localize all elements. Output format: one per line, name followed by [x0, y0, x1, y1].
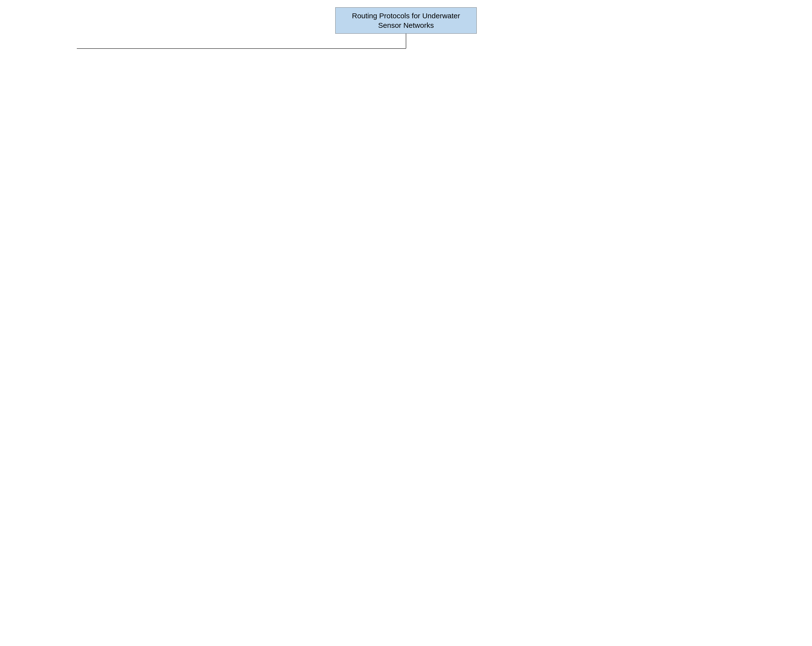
diagram: Routing Protocols for Underwater Sensor … — [5, 7, 807, 15]
top-hline-right — [241, 48, 406, 49]
top-hline-left — [77, 48, 241, 49]
root-vline — [406, 34, 406, 48]
